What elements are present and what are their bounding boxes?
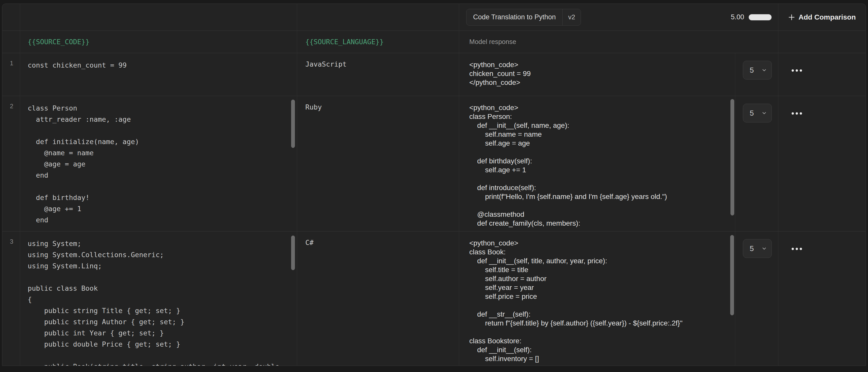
app-root: { "header": { "prompt": { "name": "Code … xyxy=(0,0,868,372)
colheader-source-code[interactable]: {{SOURCE_CODE}} xyxy=(20,31,297,53)
source-code-cell[interactable]: using System; using System.Collections.G… xyxy=(20,231,297,366)
header-source-language-spacer xyxy=(297,4,459,31)
row-actions-cell xyxy=(778,96,866,231)
score-select[interactable]: 5 xyxy=(743,104,772,122)
average-score: 5.00 xyxy=(731,13,744,21)
score-cell: 5 xyxy=(735,96,778,231)
score-value: 5 xyxy=(750,66,754,75)
prompt-header-cell: Code Translation to Python v2 5.00 xyxy=(459,4,778,31)
source-code-cell[interactable]: class Person attr_reader :name, :age def… xyxy=(20,96,297,231)
model-response-text: <python_code> class Book: def __init__(s… xyxy=(469,238,729,363)
row-menu-button[interactable] xyxy=(792,69,866,71)
source-language-cell[interactable]: C# xyxy=(297,231,459,366)
header-source-code-spacer xyxy=(20,4,297,31)
source-code-cell[interactable]: const chicken_count = 99 xyxy=(20,53,297,96)
ellipsis-icon xyxy=(792,69,794,71)
score-value: 5 xyxy=(750,109,754,117)
row-menu-button[interactable] xyxy=(792,248,866,250)
ellipsis-icon xyxy=(792,112,794,115)
scrollbar-thumb[interactable] xyxy=(291,99,295,148)
scrollbar-thumb[interactable] xyxy=(730,235,734,315)
row-number: 3 xyxy=(2,231,20,366)
colheader-rownum xyxy=(2,31,20,53)
score-select[interactable]: 5 xyxy=(743,61,772,80)
row-number: 2 xyxy=(2,96,20,231)
scrollbar-thumb[interactable] xyxy=(291,235,295,270)
plus-icon xyxy=(788,14,795,21)
row-actions-cell xyxy=(778,53,866,96)
row-number: 1 xyxy=(2,53,20,96)
score-cell: 5 xyxy=(735,231,778,366)
ellipsis-icon xyxy=(792,248,794,250)
colheader-source-language[interactable]: {{SOURCE_LANGUAGE}} xyxy=(297,31,459,53)
score-value: 5 xyxy=(750,245,754,253)
eval-table: Code Translation to Python v2 5.00 Add C… xyxy=(2,4,866,366)
prompt-version-badge: v2 xyxy=(562,9,581,25)
source-code-text: const chicken_count = 99 xyxy=(28,60,291,71)
chevron-down-icon xyxy=(762,110,767,116)
chevron-down-icon xyxy=(762,67,767,73)
source-code-text: class Person attr_reader :name, :age def… xyxy=(28,103,291,226)
prompt-name: Code Translation to Python xyxy=(466,9,562,25)
score-select[interactable]: 5 xyxy=(743,239,772,258)
model-response-text: <python_code> class Person: def __init__… xyxy=(469,103,729,228)
model-response-cell[interactable]: <python_code> chicken_count = 99 </pytho… xyxy=(459,53,735,96)
source-code-text: using System; using System.Collections.G… xyxy=(28,238,291,366)
chevron-down-icon xyxy=(762,246,767,251)
model-response-label: Model response xyxy=(469,38,516,46)
prompt-version-button[interactable]: Code Translation to Python v2 xyxy=(466,9,581,26)
row-menu-button[interactable] xyxy=(792,112,866,115)
scrollbar-thumb[interactable] xyxy=(731,99,734,216)
model-response-cell[interactable]: <python_code> class Book: def __init__(s… xyxy=(459,231,735,366)
score-summary: 5.00 xyxy=(731,13,772,21)
source-code-variable-label: {{SOURCE_CODE}} xyxy=(28,38,90,46)
score-bar xyxy=(749,14,772,20)
source-language-cell[interactable]: JavaScript xyxy=(297,53,459,96)
source-language-variable-label: {{SOURCE_LANGUAGE}} xyxy=(305,38,384,46)
score-cell: 5 xyxy=(735,53,778,96)
colheader-model-response[interactable]: Model response xyxy=(459,31,778,53)
add-comparison-label: Add Comparison xyxy=(799,13,856,21)
row-actions-cell xyxy=(778,231,866,366)
colheader-actions xyxy=(778,31,866,53)
model-response-text: <python_code> chicken_count = 99 </pytho… xyxy=(469,60,729,87)
source-language-cell[interactable]: Ruby xyxy=(297,96,459,231)
add-comparison-button[interactable]: Add Comparison xyxy=(778,4,866,31)
header-rownum-spacer xyxy=(2,4,20,31)
model-response-cell[interactable]: <python_code> class Person: def __init__… xyxy=(459,96,735,231)
